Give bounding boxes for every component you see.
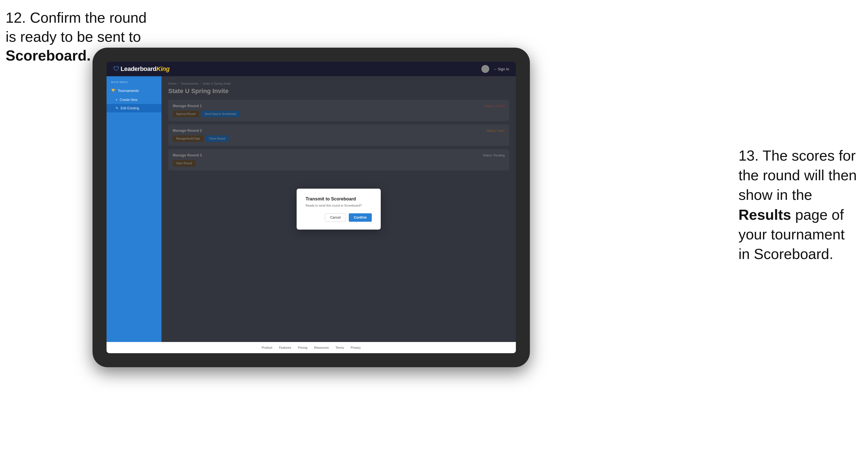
footer-link-pricing[interactable]: Pricing (298, 346, 308, 349)
main-content: MAIN MENU 🏆 Tournaments + Create New ✎ E… (106, 76, 516, 342)
instruction-bold: Scoreboard. (6, 48, 91, 64)
trophy-icon: 🏆 (111, 89, 116, 93)
logo-shield-icon: 🛡 (113, 65, 119, 72)
sidebar-item-tournaments[interactable]: 🏆 Tournaments (106, 86, 161, 96)
logo-text: LeaderboardKing (121, 65, 169, 72)
edit-icon: ✎ (116, 106, 118, 110)
modal-overlay[interactable]: Transmit to Scoreboard Ready to send thi… (161, 76, 516, 342)
sign-in-button[interactable]: → Sign In (493, 67, 509, 71)
modal-box: Transmit to Scoreboard Ready to send thi… (297, 189, 381, 229)
footer-link-product[interactable]: Product (261, 346, 272, 349)
modal-title: Transmit to Scoreboard (306, 196, 372, 201)
nav-right: → Sign In (482, 65, 509, 73)
sign-in-icon: → (493, 67, 497, 71)
sidebar-tournaments-label: Tournaments (118, 89, 139, 93)
avatar (482, 65, 489, 73)
logo-area: 🛡 LeaderboardKing (113, 65, 169, 72)
instruction-right: 13. The scores for the round will then s… (739, 146, 857, 264)
instruction-line2: is ready to be sent to (6, 29, 141, 45)
instruction-line1: 12. Confirm the round (6, 9, 147, 26)
footer-link-terms[interactable]: Terms (336, 346, 344, 349)
sidebar-item-create-new[interactable]: + Create New (106, 96, 161, 104)
screen-footer: Product Features Pricing Resources Terms… (106, 342, 516, 353)
footer-link-features[interactable]: Features (279, 346, 291, 349)
sidebar-edit-existing-label: Edit Existing (121, 106, 139, 110)
confirm-button[interactable]: Confirm (349, 213, 372, 222)
sidebar: MAIN MENU 🏆 Tournaments + Create New ✎ E… (106, 76, 161, 342)
tablet-screen: 🛡 LeaderboardKing → Sign In MAIN MENU 🏆 (106, 62, 516, 353)
sidebar-main-menu-label: MAIN MENU (106, 81, 161, 86)
footer-link-privacy[interactable]: Privacy (351, 346, 361, 349)
footer-link-resources[interactable]: Resources (314, 346, 329, 349)
instruction-right-bold: Results (739, 207, 791, 223)
page-content: Home / Tournaments / State U Spring Invi… (161, 76, 516, 342)
plus-icon: + (116, 98, 118, 102)
tablet-frame: 🛡 LeaderboardKing → Sign In MAIN MENU 🏆 (93, 48, 530, 367)
instruction-right-text: 13. The scores for the round will then s… (739, 148, 857, 262)
sidebar-create-new-label: Create New (120, 98, 137, 102)
modal-buttons: Cancel Confirm (306, 213, 372, 222)
modal-subtitle: Ready to send this round to Scoreboard? (306, 204, 372, 207)
cancel-button[interactable]: Cancel (325, 213, 346, 222)
sidebar-item-edit-existing[interactable]: ✎ Edit Existing (106, 104, 161, 113)
top-nav: 🛡 LeaderboardKing → Sign In (106, 62, 516, 76)
